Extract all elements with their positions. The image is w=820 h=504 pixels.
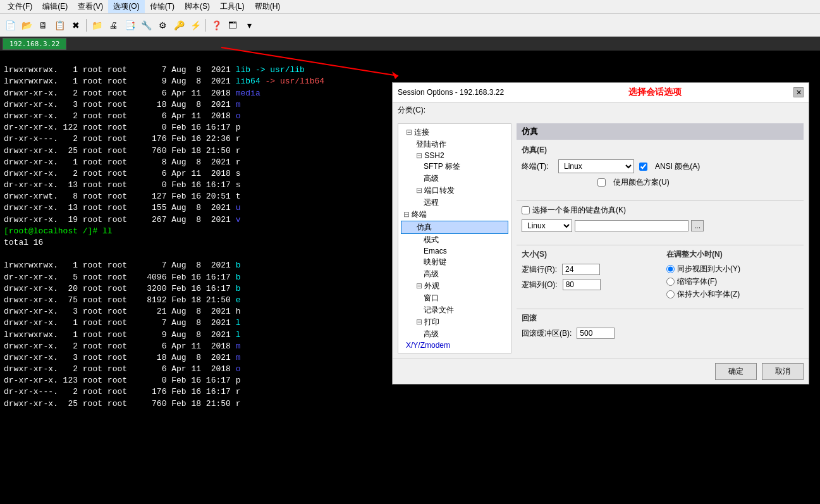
category-label: 分类(C): bbox=[393, 102, 809, 118]
resize-option-3-label: 保持大小和字体(Z) bbox=[677, 289, 740, 300]
tree-panel: ⊟ 连接 登陆动作 ⊟ SSH2 SFTP 标签 高级 ⊟ 端口转发 远程 ⊟ … bbox=[398, 123, 511, 353]
toolbar: 📄 📂 🖥 📋 ✖ 📁 🖨 📑 🔧 ⚙ 🔑 ⚡ ❓ 🗔 ▾ bbox=[0, 14, 820, 37]
settings-panel: 仿真 仿真(E) 终端(T): Linux ANSI 颜色(A) 使用颜色方案(… bbox=[517, 123, 804, 353]
toolbar-delete[interactable]: ✖ bbox=[68, 18, 83, 33]
menubar: 文件(F) 编辑(E) 查看(V) 选项(O) 传输(T) 脚本(S) 工具(L… bbox=[0, 0, 820, 14]
tabbar: 192.168.3.22 bbox=[0, 37, 820, 51]
keyboard-section: 选择一个备用的键盘仿真(K) Linux ... bbox=[517, 205, 804, 241]
settings-section-title: 仿真 bbox=[517, 123, 804, 140]
terminal-field-row: 终端(T): Linux ANSI 颜色(A) bbox=[522, 159, 799, 173]
color-scheme-checkbox[interactable] bbox=[597, 178, 606, 187]
keyboard-type-select[interactable]: Linux bbox=[522, 219, 572, 232]
tree-item-keymap[interactable]: 映射键 bbox=[401, 256, 508, 268]
dialog-footer: 确定 取消 bbox=[393, 359, 809, 384]
logical-rows-label: 逻辑行(R): bbox=[522, 264, 557, 275]
toolbar-btn14[interactable]: 🗔 bbox=[225, 18, 240, 33]
cancel-button[interactable]: 取消 bbox=[762, 363, 804, 380]
resize-option-2: 缩缩字体(F) bbox=[666, 276, 799, 287]
tree-item-advanced3[interactable]: 高级 bbox=[401, 328, 508, 340]
keyboard-row: 选择一个备用的键盘仿真(K) bbox=[522, 205, 799, 216]
toolbar-new[interactable]: 📄 bbox=[3, 18, 18, 33]
ok-button[interactable]: 确定 bbox=[715, 363, 757, 380]
emulation-section: 仿真(E) 终端(T): Linux ANSI 颜色(A) 使用颜色方案(U) bbox=[517, 145, 804, 197]
dialog-title: Session Options - 192.168.3.22 bbox=[398, 88, 504, 97]
resize-radio-2[interactable] bbox=[666, 278, 675, 286]
scroll-buffer-label: 回滚缓冲区(B): bbox=[522, 328, 572, 339]
menu-file[interactable]: 文件(F) bbox=[3, 0, 37, 13]
tree-item-window[interactable]: 窗口 bbox=[401, 292, 508, 304]
toolbar-btn10[interactable]: ⚙ bbox=[155, 18, 170, 33]
terminal-select[interactable]: Linux bbox=[558, 159, 634, 173]
tree-item-sftp[interactable]: SFTP 标签 bbox=[401, 161, 508, 173]
divider1 bbox=[517, 200, 804, 201]
logical-rows-row: 逻辑行(R): bbox=[522, 264, 654, 275]
tree-item-logfile[interactable]: 记录文件 bbox=[401, 304, 508, 316]
dialog-annotation: 选择会话选项 bbox=[628, 87, 682, 98]
keyboard-checkbox[interactable] bbox=[522, 206, 530, 214]
tree-item-xyzmodem[interactable]: X/Y/Zmodem bbox=[401, 340, 508, 350]
toolbar-btn12[interactable]: ⚡ bbox=[188, 18, 203, 33]
close-button[interactable]: ✕ bbox=[793, 87, 804, 97]
menu-transfer[interactable]: 传输(T) bbox=[145, 0, 180, 13]
logical-cols-input[interactable] bbox=[563, 279, 601, 290]
resize-option-2-label: 缩缩字体(F) bbox=[677, 276, 717, 287]
emulation-label: 仿真(E) bbox=[522, 145, 799, 156]
keyboard-browse-btn[interactable]: ... bbox=[691, 220, 704, 231]
toolbar-sep2 bbox=[205, 19, 206, 32]
tree-item-ssh2[interactable]: ⊟ SSH2 bbox=[401, 151, 508, 161]
tree-item-emulation[interactable]: 仿真 bbox=[401, 221, 508, 234]
menu-script[interactable]: 脚本(S) bbox=[180, 0, 215, 13]
size-cols: 大小(S) 逻辑行(R): 逻辑列(O): 在调整大小时(N) bbox=[522, 249, 799, 300]
tree-item-mode[interactable]: 模式 bbox=[401, 234, 508, 246]
tree-item-advanced2[interactable]: 高级 bbox=[401, 268, 508, 280]
toolbar-btn6[interactable]: 📁 bbox=[89, 18, 104, 33]
toolbar-btn8[interactable]: 📑 bbox=[122, 18, 137, 33]
scroll-buffer-input[interactable] bbox=[577, 328, 615, 339]
keyboard-label: 选择一个备用的键盘仿真(K) bbox=[532, 205, 626, 216]
resize-option-1-label: 同步视图到大小(Y) bbox=[677, 264, 740, 274]
toolbar-btn3[interactable]: 🖥 bbox=[35, 18, 51, 33]
resize-option-1: 同步视图到大小(Y) bbox=[666, 264, 799, 274]
divider2 bbox=[517, 245, 804, 245]
tree-item-portfwd[interactable]: ⊟ 端口转发 bbox=[401, 185, 508, 197]
tree-item-emacs[interactable]: Emacs bbox=[401, 246, 508, 256]
dialog-titlebar: Session Options - 192.168.3.22 选择会话选项 ✕ bbox=[393, 83, 809, 102]
toolbar-btn11[interactable]: 🔑 bbox=[171, 18, 187, 33]
tree-item-advanced1[interactable]: 高级 bbox=[401, 173, 508, 185]
resize-label: 在调整大小时(N) bbox=[666, 249, 799, 260]
color-scheme-row: 使用颜色方案(U) bbox=[522, 177, 799, 188]
tree-item-appearance[interactable]: ⊟ 外观 bbox=[401, 280, 508, 292]
size-col: 大小(S) 逻辑行(R): 逻辑列(O): bbox=[522, 249, 654, 300]
tree-item-connect[interactable]: ⊟ 连接 bbox=[401, 126, 508, 138]
toolbar-btn9[interactable]: 🔧 bbox=[138, 18, 154, 33]
menu-help[interactable]: 帮助(H) bbox=[250, 0, 286, 13]
tree-item-print[interactable]: ⊟ 打印 bbox=[401, 316, 508, 328]
toolbar-help[interactable]: ❓ bbox=[209, 18, 224, 33]
dialog-body: ⊟ 连接 登陆动作 ⊟ SSH2 SFTP 标签 高级 ⊟ 端口转发 远程 ⊟ … bbox=[393, 118, 809, 359]
tree-item-login[interactable]: 登陆动作 bbox=[401, 138, 508, 151]
scroll-buffer-row: 回滚缓冲区(B): bbox=[522, 328, 799, 339]
tree-item-terminal[interactable]: ⊟ 终端 bbox=[401, 209, 508, 221]
size-label: 大小(S) bbox=[522, 249, 654, 260]
keyboard-select-row: Linux ... bbox=[522, 219, 799, 232]
tree-item-remote[interactable]: 远程 bbox=[401, 197, 508, 209]
menu-tools[interactable]: 工具(L) bbox=[215, 0, 250, 13]
resize-radio-1[interactable] bbox=[666, 265, 675, 273]
session-options-dialog: Session Options - 192.168.3.22 选择会话选项 ✕ … bbox=[392, 82, 809, 384]
toolbar-dropdown[interactable]: ▾ bbox=[242, 18, 257, 33]
toolbar-btn7[interactable]: 🖨 bbox=[106, 18, 121, 33]
color-scheme-label: 使用颜色方案(U) bbox=[613, 177, 670, 188]
resize-radio-group: 同步视图到大小(Y) 缩缩字体(F) 保持大小和字体(Z) bbox=[666, 264, 799, 300]
toolbar-open[interactable]: 📂 bbox=[19, 18, 34, 33]
tab-session[interactable]: 192.168.3.22 bbox=[3, 38, 66, 50]
logical-rows-input[interactable] bbox=[562, 264, 600, 275]
toolbar-sep1 bbox=[86, 19, 87, 32]
menu-edit[interactable]: 编辑(E) bbox=[37, 0, 73, 13]
resize-radio-3[interactable] bbox=[666, 290, 675, 298]
toolbar-btn4[interactable]: 📋 bbox=[52, 18, 67, 33]
resize-col: 在调整大小时(N) 同步视图到大小(Y) 缩缩字体(F) bbox=[666, 249, 799, 300]
keyboard-text-input[interactable] bbox=[575, 220, 688, 231]
ansi-color-checkbox[interactable] bbox=[639, 163, 647, 171]
menu-options[interactable]: 选项(O) bbox=[108, 0, 144, 13]
menu-view[interactable]: 查看(V) bbox=[73, 0, 108, 13]
